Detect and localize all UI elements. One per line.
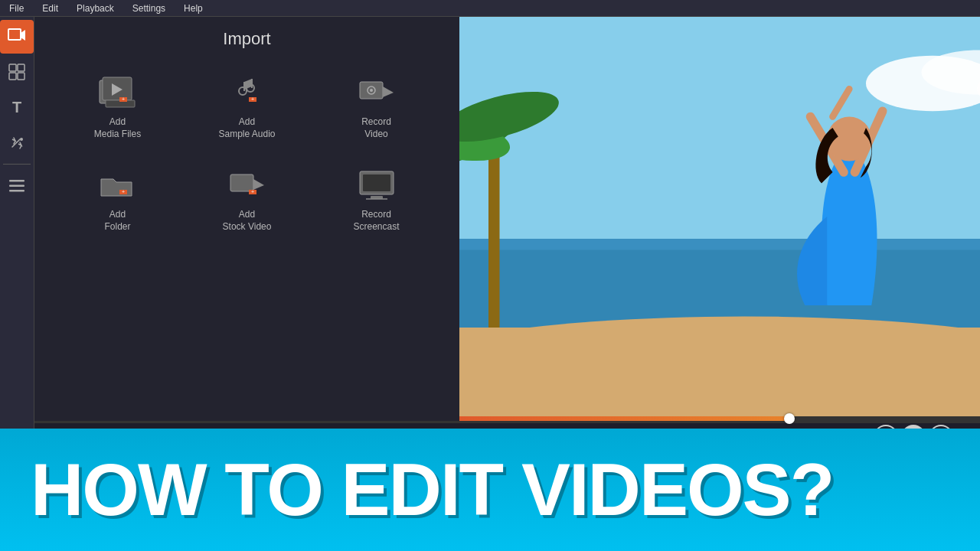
import-item-add-folder[interactable]: + AddFolder [53, 154, 182, 246]
import-item-add-media[interactable]: + AddMedia Files [53, 61, 182, 154]
svg-point-15 [239, 87, 247, 95]
svg-rect-35 [459, 17, 980, 261]
svg-rect-32 [363, 174, 390, 191]
import-item-record-screencast[interactable]: RecordScreencast [312, 154, 441, 246]
svg-rect-7 [9, 185, 24, 187]
sidebar-btn-menu[interactable] [0, 169, 34, 203]
sidebar-btn-trim[interactable] [0, 55, 34, 89]
svg-rect-6 [9, 180, 24, 182]
menu-help[interactable]: Help [181, 2, 206, 15]
sample-audio-icon: + [226, 75, 269, 110]
svg-text:+: + [121, 96, 124, 102]
sidebar-btn-magic[interactable] [0, 126, 34, 159]
svg-point-5 [20, 138, 23, 141]
svg-rect-4 [18, 73, 24, 80]
progress-knob[interactable] [784, 413, 795, 424]
svg-marker-22 [383, 86, 394, 97]
svg-rect-1 [9, 64, 16, 71]
menu-bar: File Edit Playback Settings Help [0, 0, 980, 17]
import-item-add-sample-audio[interactable]: + AddSample Audio [182, 61, 312, 154]
import-title: Import [34, 17, 459, 55]
add-sample-audio-label: AddSample Audio [218, 116, 275, 140]
menu-file[interactable]: File [6, 2, 27, 15]
svg-rect-0 [8, 29, 21, 40]
svg-rect-3 [9, 73, 16, 80]
progress-bar[interactable] [459, 416, 980, 421]
menu-settings[interactable]: Settings [129, 2, 168, 15]
menu-playback[interactable]: Playback [74, 2, 117, 15]
overlay-text: HOW TO EDIT VIDEOS? [31, 453, 833, 527]
preview-video [459, 17, 980, 416]
svg-text:+: + [250, 96, 253, 102]
sidebar-divider [3, 164, 31, 165]
svg-text:+: + [250, 189, 253, 194]
svg-rect-40 [459, 250, 980, 328]
menu-edit[interactable]: Edit [39, 2, 61, 15]
preview-and-import: Import + [34, 17, 980, 421]
add-media-label: AddMedia Files [94, 116, 141, 140]
add-folder-icon: + [96, 168, 139, 203]
add-folder-label: AddFolder [104, 209, 130, 233]
preview-area [459, 17, 980, 421]
svg-rect-8 [9, 190, 24, 192]
add-stock-video-label: AddStock Video [223, 209, 272, 233]
import-panel: Import + [34, 17, 459, 421]
svg-marker-28 [253, 179, 264, 190]
progress-bar-fill [459, 416, 789, 421]
app-wrapper: File Edit Playback Settings Help [0, 0, 980, 551]
media-files-icon: + [96, 75, 139, 110]
record-video-icon [355, 75, 398, 110]
record-screencast-label: RecordScreencast [353, 209, 399, 233]
sidebar-btn-video[interactable] [0, 20, 34, 54]
import-item-add-stock-video[interactable]: + AddStock Video [182, 154, 312, 246]
svg-rect-42 [459, 328, 980, 416]
svg-point-24 [370, 89, 373, 92]
svg-rect-2 [18, 64, 24, 71]
record-video-label: RecordVideo [361, 116, 391, 140]
overlay-banner: HOW TO EDIT VIDEOS? [0, 429, 980, 551]
svg-text:+: + [121, 189, 124, 194]
import-grid: + AddMedia Files [34, 55, 459, 253]
record-screencast-icon [355, 168, 398, 203]
svg-rect-27 [230, 174, 253, 191]
add-stock-video-icon: + [226, 168, 269, 203]
sidebar-btn-text[interactable]: T [0, 90, 34, 124]
import-item-record-video[interactable]: RecordVideo [312, 61, 441, 154]
